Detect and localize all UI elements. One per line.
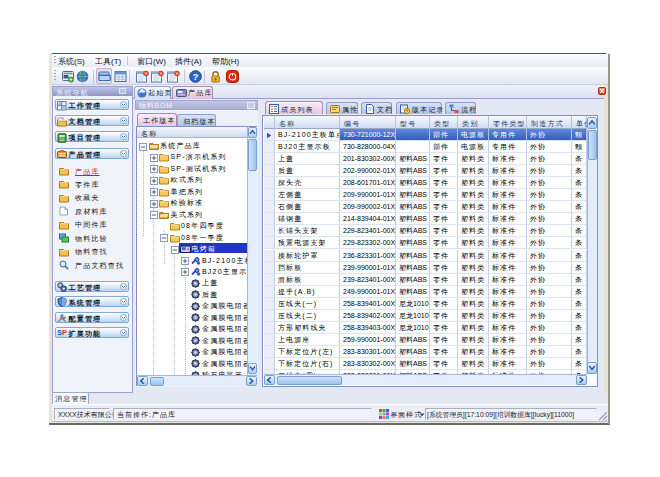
svg-text:?: ? [193, 72, 199, 82]
